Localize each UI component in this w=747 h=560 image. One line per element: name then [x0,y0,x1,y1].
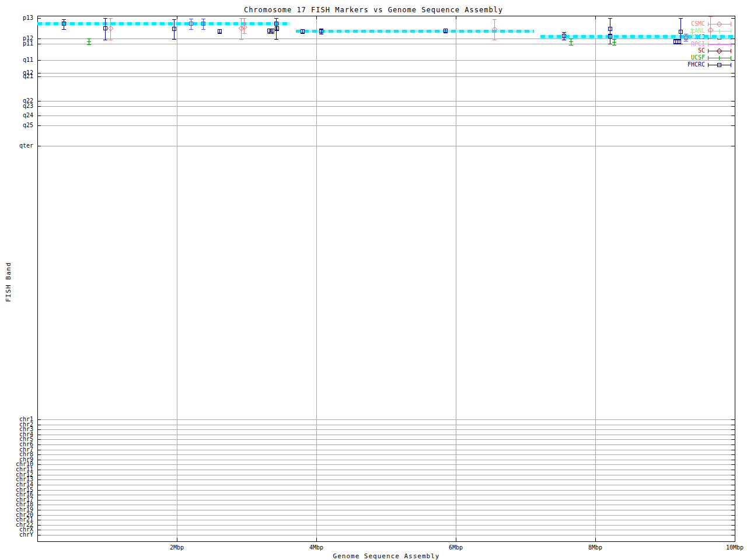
x-tick [316,16,317,19]
y-tick-label: q11 [0,57,33,63]
y-tick [731,480,735,480]
errorbar-cap [677,44,681,44]
x-tick-label: 6Mbp [438,545,473,551]
y-tick [731,76,735,77]
y-tick [731,470,735,470]
marker-square [201,22,205,26]
errorbar-cap [109,40,113,40]
y-tick [731,429,735,430]
h-gridline [37,454,735,455]
y-tick [731,419,735,420]
errorbar-cap [690,29,694,30]
y-tick [731,500,735,501]
legend-sample-cap [731,49,731,53]
errorbar-cap [493,19,497,20]
errorbar-cap [608,18,612,19]
y-tick-label: q25 [0,123,33,128]
y-tick [37,146,41,146]
x-tick [177,538,177,541]
y-tick [37,76,41,77]
h-gridline [37,450,735,450]
y-tick [37,106,41,107]
marker-square [684,36,688,40]
y-tick [37,535,41,536]
marker-tick [612,42,616,43]
assembly-segment [296,30,533,33]
marker-square [189,22,193,26]
y-tick [731,116,735,116]
y-tick [731,450,735,450]
h-gridline [37,106,735,107]
v-gridline [177,16,177,541]
h-gridline [37,116,735,116]
marker-diamond [717,22,722,27]
errorbar-cap [109,18,113,19]
marker-square [275,26,279,30]
y-tick [37,470,41,470]
y-tick [731,510,735,510]
h-gridline [37,419,735,420]
x-tick [595,16,596,19]
errorbar-cap [239,39,243,40]
y-tick [37,425,41,425]
assembly-segment [37,22,290,25]
h-gridline [37,101,735,102]
h-gridline [37,525,735,526]
marker-square [274,22,278,26]
h-gridline [37,490,735,491]
h-gridline [37,530,735,530]
legend-label-rpci: RPCI [664,41,705,47]
errorbar-cap [684,34,688,34]
y-tick [731,460,735,460]
errorbar-cap [690,35,694,36]
y-tick [37,60,41,61]
h-gridline [37,475,735,475]
chart-canvas: Chromosome 17 FISH Markers vs Genome Seq… [0,0,747,560]
marker-tick [87,41,91,42]
y-tick-label: p13 [0,15,33,21]
h-gridline [37,505,735,505]
y-tick [731,520,735,520]
y-tick [731,485,735,485]
x-tick-label: 2Mbp [159,545,194,551]
y-tick [37,44,41,44]
y-tick [37,73,41,74]
x-tick [735,538,735,541]
marker-square [717,63,721,67]
errorbar-cap [242,33,246,34]
y-tick [37,429,41,430]
plot-border [37,16,735,542]
y-tick [731,101,735,102]
marker-tick [690,32,694,33]
y-tick [731,60,735,61]
legend-label-ucsf: UCSF [664,55,705,61]
legend-label-sc: SC [664,48,705,54]
x-tick [316,538,317,541]
y-tick [731,525,735,526]
h-gridline [37,44,735,44]
marker-square [444,29,448,33]
legend-label-csmc: CSMC [664,21,705,27]
h-gridline [37,444,735,445]
x-tick [456,538,456,541]
h-gridline [37,495,735,495]
marker-x: × [717,41,721,48]
y-tick [731,435,735,435]
y-tick [37,460,41,460]
marker-tick [719,29,720,33]
marker-tick [569,41,573,42]
marker-square [608,34,612,38]
errorbar-cap [612,39,616,40]
x-tick [456,16,456,19]
y-tick [37,435,41,435]
h-gridline [37,500,735,501]
marker-square [301,29,305,33]
y-tick [37,454,41,455]
y-tick [731,464,735,465]
y-tick [37,530,41,530]
marker-square [677,40,681,44]
x-axis-label: Genome Sequence Assembly [37,552,735,560]
h-gridline [37,480,735,480]
marker-square [679,30,683,34]
y-tick [37,520,41,520]
